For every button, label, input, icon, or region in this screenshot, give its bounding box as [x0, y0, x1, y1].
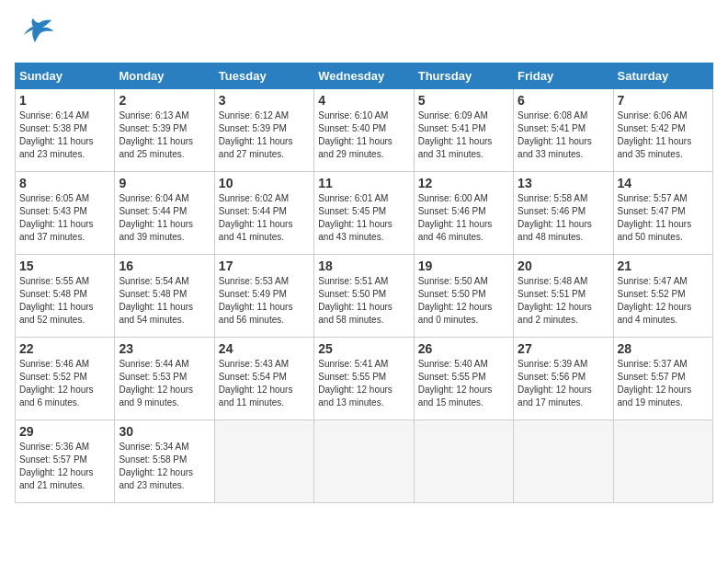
day-info: Sunrise: 6:00 AM Sunset: 5:46 PM Dayligh… — [418, 192, 509, 244]
day-number: 3 — [219, 93, 310, 108]
calendar-cell: 10Sunrise: 6:02 AM Sunset: 5:44 PM Dayli… — [214, 172, 313, 255]
day-info: Sunrise: 5:51 AM Sunset: 5:50 PM Dayligh… — [318, 275, 409, 327]
day-number: 12 — [418, 176, 509, 190]
day-info: Sunrise: 5:46 AM Sunset: 5:52 PM Dayligh… — [19, 358, 110, 409]
day-number: 24 — [219, 341, 310, 356]
calendar-cell: 30Sunrise: 5:34 AM Sunset: 5:58 PM Dayli… — [115, 420, 214, 503]
calendar-row: 8Sunrise: 6:05 AM Sunset: 5:43 PM Daylig… — [16, 172, 713, 255]
day-info: Sunrise: 6:10 AM Sunset: 5:40 PM Dayligh… — [318, 109, 409, 161]
calendar-cell: 21Sunrise: 5:47 AM Sunset: 5:52 PM Dayli… — [613, 255, 712, 338]
calendar-cell: 28Sunrise: 5:37 AM Sunset: 5:57 PM Dayli… — [613, 338, 712, 420]
day-number: 26 — [418, 341, 509, 356]
calendar-cell: 18Sunrise: 5:51 AM Sunset: 5:50 PM Dayli… — [314, 255, 414, 338]
calendar-cell: 6Sunrise: 6:08 AM Sunset: 5:41 PM Daylig… — [514, 89, 613, 172]
day-number: 27 — [518, 341, 609, 356]
day-info: Sunrise: 5:40 AM Sunset: 5:55 PM Dayligh… — [418, 358, 509, 409]
calendar-cell: 29Sunrise: 5:36 AM Sunset: 5:57 PM Dayli… — [16, 420, 115, 503]
calendar-cell: 16Sunrise: 5:54 AM Sunset: 5:48 PM Dayli… — [115, 255, 214, 338]
day-info: Sunrise: 5:53 AM Sunset: 5:49 PM Dayligh… — [219, 275, 310, 327]
day-info: Sunrise: 6:01 AM Sunset: 5:45 PM Dayligh… — [318, 192, 409, 244]
calendar-day-header: Thursday — [414, 63, 513, 89]
day-info: Sunrise: 6:13 AM Sunset: 5:39 PM Dayligh… — [119, 109, 210, 161]
day-info: Sunrise: 6:08 AM Sunset: 5:41 PM Dayligh… — [518, 109, 609, 161]
calendar-day-header: Tuesday — [214, 63, 313, 89]
calendar-row: 22Sunrise: 5:46 AM Sunset: 5:52 PM Dayli… — [16, 338, 713, 420]
calendar-cell: 1Sunrise: 6:14 AM Sunset: 5:38 PM Daylig… — [16, 89, 115, 172]
logo-icon — [15, 15, 55, 55]
day-number: 30 — [119, 424, 210, 439]
day-number: 9 — [119, 176, 210, 190]
day-number: 22 — [19, 341, 110, 356]
calendar-cell: 11Sunrise: 6:01 AM Sunset: 5:45 PM Dayli… — [314, 172, 414, 255]
day-info: Sunrise: 5:50 AM Sunset: 5:50 PM Dayligh… — [418, 275, 509, 327]
day-info: Sunrise: 5:44 AM Sunset: 5:53 PM Dayligh… — [119, 358, 210, 409]
page-header — [15, 15, 713, 55]
calendar-cell: 27Sunrise: 5:39 AM Sunset: 5:56 PM Dayli… — [514, 338, 613, 420]
day-info: Sunrise: 5:41 AM Sunset: 5:55 PM Dayligh… — [318, 358, 409, 409]
day-info: Sunrise: 5:36 AM Sunset: 5:57 PM Dayligh… — [19, 441, 110, 492]
calendar-row: 1Sunrise: 6:14 AM Sunset: 5:38 PM Daylig… — [16, 89, 713, 172]
calendar-cell: 19Sunrise: 5:50 AM Sunset: 5:50 PM Dayli… — [414, 255, 513, 338]
day-number: 2 — [119, 93, 210, 108]
calendar-cell — [514, 420, 613, 503]
day-number: 20 — [518, 259, 609, 273]
calendar-table: SundayMondayTuesdayWednesdayThursdayFrid… — [15, 63, 713, 503]
day-info: Sunrise: 6:12 AM Sunset: 5:39 PM Dayligh… — [219, 109, 310, 161]
day-number: 14 — [618, 176, 709, 190]
calendar-cell: 2Sunrise: 6:13 AM Sunset: 5:39 PM Daylig… — [115, 89, 214, 172]
calendar-header-row: SundayMondayTuesdayWednesdayThursdayFrid… — [16, 63, 713, 89]
calendar-cell: 23Sunrise: 5:44 AM Sunset: 5:53 PM Dayli… — [115, 338, 214, 420]
calendar-cell: 12Sunrise: 6:00 AM Sunset: 5:46 PM Dayli… — [414, 172, 513, 255]
day-number: 4 — [318, 93, 409, 108]
calendar-day-header: Wednesday — [314, 63, 414, 89]
calendar-cell: 7Sunrise: 6:06 AM Sunset: 5:42 PM Daylig… — [613, 89, 712, 172]
day-info: Sunrise: 5:47 AM Sunset: 5:52 PM Dayligh… — [618, 275, 709, 327]
calendar-cell: 22Sunrise: 5:46 AM Sunset: 5:52 PM Dayli… — [16, 338, 115, 420]
logo — [15, 15, 57, 55]
calendar-day-header: Saturday — [613, 63, 712, 89]
day-info: Sunrise: 5:37 AM Sunset: 5:57 PM Dayligh… — [618, 358, 709, 409]
day-info: Sunrise: 5:57 AM Sunset: 5:47 PM Dayligh… — [618, 192, 709, 244]
day-number: 10 — [219, 176, 310, 190]
calendar-cell: 26Sunrise: 5:40 AM Sunset: 5:55 PM Dayli… — [414, 338, 513, 420]
calendar-cell: 3Sunrise: 6:12 AM Sunset: 5:39 PM Daylig… — [214, 89, 313, 172]
day-number: 19 — [418, 259, 509, 273]
day-number: 1 — [19, 93, 110, 108]
day-info: Sunrise: 6:09 AM Sunset: 5:41 PM Dayligh… — [418, 109, 509, 161]
day-info: Sunrise: 5:34 AM Sunset: 5:58 PM Dayligh… — [119, 441, 210, 492]
calendar-cell: 14Sunrise: 5:57 AM Sunset: 5:47 PM Dayli… — [613, 172, 712, 255]
calendar-row: 15Sunrise: 5:55 AM Sunset: 5:48 PM Dayli… — [16, 255, 713, 338]
day-number: 16 — [119, 259, 210, 273]
day-number: 6 — [518, 93, 609, 108]
day-info: Sunrise: 5:55 AM Sunset: 5:48 PM Dayligh… — [19, 275, 110, 327]
calendar-cell — [314, 420, 414, 503]
calendar-row: 29Sunrise: 5:36 AM Sunset: 5:57 PM Dayli… — [16, 420, 713, 503]
calendar-cell: 5Sunrise: 6:09 AM Sunset: 5:41 PM Daylig… — [414, 89, 513, 172]
calendar-cell: 25Sunrise: 5:41 AM Sunset: 5:55 PM Dayli… — [314, 338, 414, 420]
day-number: 7 — [618, 93, 709, 108]
day-info: Sunrise: 5:48 AM Sunset: 5:51 PM Dayligh… — [518, 275, 609, 327]
day-info: Sunrise: 6:04 AM Sunset: 5:44 PM Dayligh… — [119, 192, 210, 244]
calendar-cell: 13Sunrise: 5:58 AM Sunset: 5:46 PM Dayli… — [514, 172, 613, 255]
day-number: 18 — [318, 259, 409, 273]
day-number: 23 — [119, 341, 210, 356]
day-number: 28 — [618, 341, 709, 356]
day-info: Sunrise: 6:06 AM Sunset: 5:42 PM Dayligh… — [618, 109, 709, 161]
day-number: 15 — [19, 259, 110, 273]
day-number: 29 — [19, 424, 110, 439]
calendar-day-header: Friday — [514, 63, 613, 89]
calendar-cell: 9Sunrise: 6:04 AM Sunset: 5:44 PM Daylig… — [115, 172, 214, 255]
day-number: 8 — [19, 176, 110, 190]
day-number: 11 — [318, 176, 409, 190]
calendar-cell: 4Sunrise: 6:10 AM Sunset: 5:40 PM Daylig… — [314, 89, 414, 172]
day-number: 25 — [318, 341, 409, 356]
calendar-day-header: Monday — [115, 63, 214, 89]
day-info: Sunrise: 5:43 AM Sunset: 5:54 PM Dayligh… — [219, 358, 310, 409]
calendar-cell: 8Sunrise: 6:05 AM Sunset: 5:43 PM Daylig… — [16, 172, 115, 255]
calendar-cell: 15Sunrise: 5:55 AM Sunset: 5:48 PM Dayli… — [16, 255, 115, 338]
calendar-cell: 17Sunrise: 5:53 AM Sunset: 5:49 PM Dayli… — [214, 255, 313, 338]
calendar-cell — [414, 420, 513, 503]
day-number: 17 — [219, 259, 310, 273]
day-number: 5 — [418, 93, 509, 108]
calendar-cell — [214, 420, 313, 503]
